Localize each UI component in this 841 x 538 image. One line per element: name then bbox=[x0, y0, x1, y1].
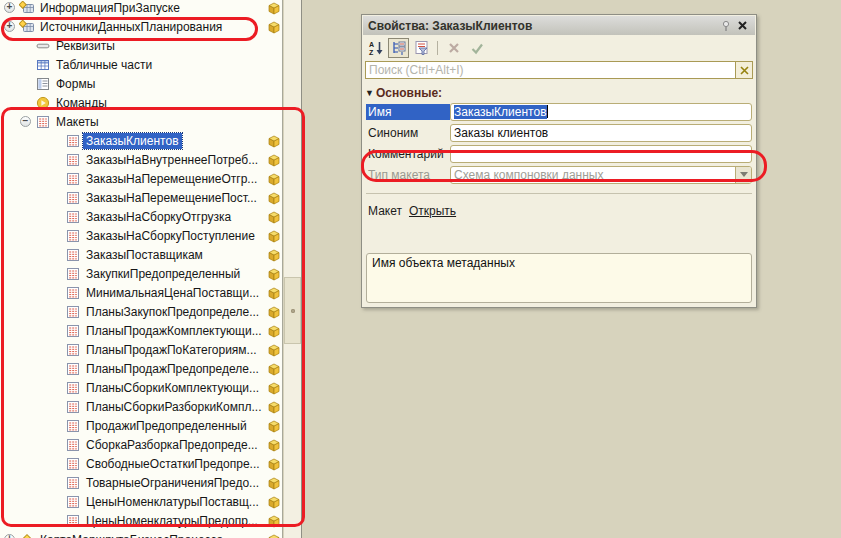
group-by-category-icon[interactable] bbox=[388, 38, 409, 58]
section-basic[interactable]: ▼ Основные: bbox=[365, 86, 753, 100]
layout-type-label: Тип макета bbox=[366, 167, 450, 183]
tree-item-label[interactable]: ПланыСборкиРазборкиКомпл... bbox=[83, 399, 265, 415]
layout-open-link[interactable]: Открыть bbox=[409, 204, 456, 218]
tree-item[interactable]: +ИнформацияПриЗапуске bbox=[0, 0, 282, 17]
metadata-tree: +ИнформацияПриЗапуске+ИсточникиДанныхПла… bbox=[0, 0, 282, 538]
layout-type-dropdown[interactable]: Схема компоновки данных bbox=[450, 166, 752, 184]
tree-item-label[interactable]: ТоварныеОграниченияПредо... bbox=[83, 475, 262, 491]
object-cube-badge bbox=[268, 191, 280, 204]
expander-spacer bbox=[50, 420, 61, 431]
tree-item[interactable]: ЗаказыНаПеремещениеОтгр... bbox=[0, 169, 282, 188]
tree-item-label[interactable]: ИсточникиДанныхПланирования bbox=[37, 19, 225, 35]
tree-item-label[interactable]: ЦеныНоменклатурыПоставщ... bbox=[83, 494, 262, 510]
expander-spacer bbox=[20, 97, 31, 108]
search-clear-icon[interactable] bbox=[735, 62, 752, 78]
tree-item[interactable]: ПланыСборкиРазборкиКомпл... bbox=[0, 397, 282, 416]
tree-item[interactable]: +КартаМаршрутаБизнесПроцесса bbox=[0, 530, 282, 538]
tree-item[interactable]: ПланыЗакупокПредопределе... bbox=[0, 302, 282, 321]
properties-title: Свойства: ЗаказыКлиентов bbox=[368, 19, 718, 33]
discard-icon[interactable] bbox=[443, 38, 464, 58]
tree-item-label[interactable]: ЗакупкиПредопределенный bbox=[83, 266, 243, 282]
tree-item-label[interactable]: ЗаказыНаПеремещениеПост... bbox=[83, 190, 260, 206]
tree-item[interactable]: ЗаказыПоставщикам bbox=[0, 245, 282, 264]
close-icon[interactable] bbox=[734, 18, 750, 34]
collapse-icon[interactable]: − bbox=[20, 116, 31, 127]
layout-open-row: Макет Открыть bbox=[368, 204, 752, 218]
tree-item[interactable]: СвободныеОстаткиПредопре... bbox=[0, 454, 282, 473]
tree-item[interactable]: ПланыПродажПоКатегориям... bbox=[0, 340, 282, 359]
tree-item-label[interactable]: ПланыСборкиКомплектующи... bbox=[83, 380, 262, 396]
object-cube-badge bbox=[268, 248, 280, 261]
layout-icon-slot bbox=[65, 305, 80, 319]
tree-item-label[interactable]: ПланыПродажПоКатегориям... bbox=[83, 342, 260, 358]
apply-icon[interactable] bbox=[466, 38, 487, 58]
chevron-down-icon[interactable] bbox=[735, 167, 751, 183]
name-field[interactable]: ЗаказыКлиентов bbox=[450, 103, 752, 121]
tree-item-label[interactable]: Команды bbox=[53, 95, 110, 111]
comment-field[interactable] bbox=[450, 145, 752, 163]
expand-icon[interactable]: + bbox=[4, 2, 15, 13]
layout-icon bbox=[66, 191, 80, 205]
tree-item[interactable]: ЗаказыНаСборкуПоступление bbox=[0, 226, 282, 245]
command-icon-slot bbox=[35, 96, 50, 110]
tree-item[interactable]: ТоварныеОграниченияПредо... bbox=[0, 473, 282, 492]
tree-item-label[interactable]: СвободныеОстаткиПредопре... bbox=[83, 456, 263, 472]
tree-item[interactable]: ЗаказыНаПеремещениеПост... bbox=[0, 188, 282, 207]
pin-icon[interactable] bbox=[718, 18, 734, 34]
tree-item-label[interactable]: ЗаказыНаСборкуОтгрузка bbox=[83, 209, 234, 225]
tree-item-label[interactable]: ЗаказыНаВнутреннееПотреб... bbox=[83, 152, 261, 168]
datasource-icon-slot bbox=[19, 20, 34, 34]
expand-icon[interactable]: + bbox=[4, 534, 15, 538]
object-cube-badge bbox=[268, 267, 280, 280]
tree-item-label[interactable]: МинимальнаяЦенаПоставщи... bbox=[83, 285, 262, 301]
tree-item[interactable]: ПланыСборкиКомплектующи... bbox=[0, 378, 282, 397]
synonym-field[interactable]: Заказы клиентов bbox=[450, 124, 752, 142]
tree-item-label[interactable]: ПланыЗакупокПредопределе... bbox=[83, 304, 262, 320]
tree-item-label[interactable]: ПланыПродажПредопределе... bbox=[83, 361, 262, 377]
tree-item-label[interactable]: ПланыПродажКомплектующи... bbox=[83, 323, 265, 339]
tree-item[interactable]: СборкаРазборкаПредопреде... bbox=[0, 435, 282, 454]
tree-item-label[interactable]: Табличные части bbox=[53, 57, 155, 73]
layout-icon-slot bbox=[65, 153, 80, 167]
show-important-icon[interactable] bbox=[411, 38, 432, 58]
tree-item[interactable]: −Макеты bbox=[0, 112, 282, 131]
tree-item-label[interactable]: ЗаказыНаСборкуПоступление bbox=[83, 228, 258, 244]
tree-item-label[interactable]: Макеты bbox=[53, 114, 102, 130]
search-input[interactable] bbox=[366, 62, 735, 78]
tree-item-label[interactable]: ЗаказыПоставщикам bbox=[83, 247, 206, 263]
tree-item-label[interactable]: КартаМаршрутаБизнесПроцесса bbox=[37, 532, 226, 538]
tree-item-label[interactable]: Формы bbox=[53, 76, 98, 92]
tree-item[interactable]: МинимальнаяЦенаПоставщи... bbox=[0, 283, 282, 302]
tree-item[interactable]: Табличные части bbox=[0, 55, 282, 74]
tree-item-label[interactable]: ЗаказыКлиентов bbox=[83, 133, 182, 149]
tree-item-label[interactable]: ЦеныНоменклатурыПредопр... bbox=[83, 513, 261, 529]
tree-item[interactable]: ЗаказыНаСборкуОтгрузка bbox=[0, 207, 282, 226]
tree-item[interactable]: Реквизиты bbox=[0, 36, 282, 55]
splitter-handle[interactable] bbox=[284, 277, 301, 344]
tree-item-label[interactable]: ЗаказыНаПеремещениеОтгр... bbox=[83, 171, 260, 187]
tree-item[interactable]: ЗаказыКлиентов bbox=[0, 131, 282, 150]
tree-item-label[interactable]: ИнформацияПриЗапуске bbox=[37, 0, 183, 16]
tree-item[interactable]: ЦеныНоменклатурыПредопр... bbox=[0, 511, 282, 530]
tree-item[interactable]: ЗаказыНаВнутреннееПотреб... bbox=[0, 150, 282, 169]
panel-splitter[interactable] bbox=[284, 0, 302, 538]
tree-item[interactable]: ПланыПродажКомплектующи... bbox=[0, 321, 282, 340]
expand-icon[interactable]: + bbox=[4, 21, 15, 32]
layout-icon-slot bbox=[65, 362, 80, 376]
sort-alphabetical-icon[interactable]: A Z bbox=[365, 38, 386, 58]
tree-item[interactable]: +ИсточникиДанныхПланирования bbox=[0, 17, 282, 36]
tree-item[interactable]: Команды bbox=[0, 93, 282, 112]
object-cube-badge bbox=[268, 476, 280, 489]
tree-item[interactable]: ЗакупкиПредопределенный bbox=[0, 264, 282, 283]
layout-icon-slot bbox=[65, 419, 80, 433]
layout-icon-slot bbox=[65, 381, 80, 395]
tree-item-label[interactable]: ПродажиПредопределенный bbox=[83, 418, 250, 434]
layout-icon-slot bbox=[65, 324, 80, 338]
tree-item[interactable]: Формы bbox=[0, 74, 282, 93]
tree-item[interactable]: ЦеныНоменклатурыПоставщ... bbox=[0, 492, 282, 511]
tree-item[interactable]: ПродажиПредопределенный bbox=[0, 416, 282, 435]
tree-item[interactable]: ПланыПродажПредопределе... bbox=[0, 359, 282, 378]
tree-item-label[interactable]: Реквизиты bbox=[53, 38, 118, 54]
tree-item-label[interactable]: СборкаРазборкаПредопреде... bbox=[83, 437, 261, 453]
layout-icon bbox=[66, 324, 80, 338]
